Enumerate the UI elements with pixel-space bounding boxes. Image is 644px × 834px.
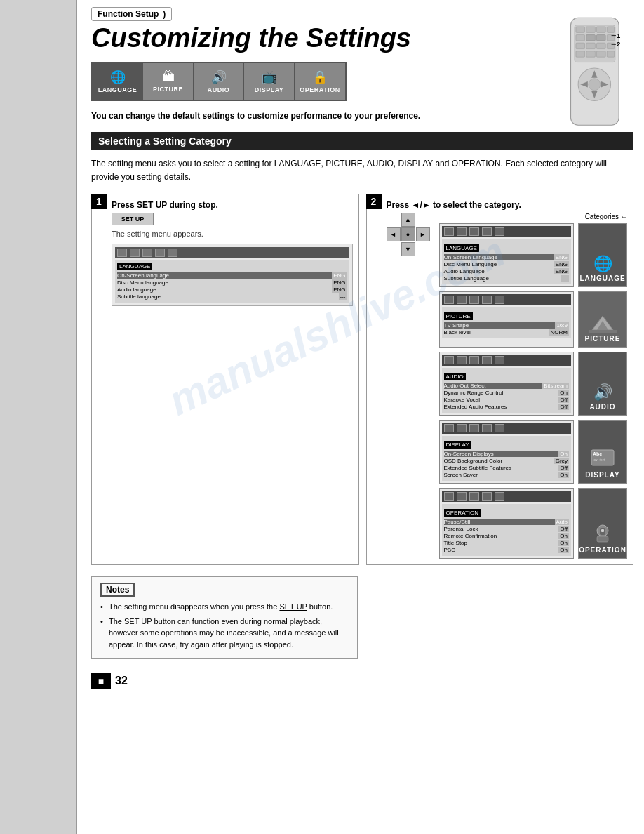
category-display-row: DISPLAY On-Screen DisplaysOn OSD Backgro… — [439, 420, 628, 484]
picture-icon-box: PICTURE — [578, 291, 627, 348]
svg-rect-17 — [607, 51, 615, 57]
display-icon-box: Abc text text DISPLAY — [578, 420, 627, 484]
setup-button-icon: SET UP — [112, 213, 154, 225]
icon-picture[interactable]: 🏔 PICTURE — [143, 63, 194, 100]
display-screen: DISPLAY On-Screen DisplaysOn OSD Backgro… — [439, 420, 575, 484]
language-icon: 🌐 — [110, 70, 126, 85]
svg-rect-14 — [576, 51, 585, 57]
step-2-box: 2 Press ◄/► to select the category. ▲ ◄ … — [366, 194, 634, 565]
display-label: DISPLAY — [255, 86, 284, 93]
step-1-screen: LANGUAGE On-Screen languageENG Disc Menu… — [112, 244, 353, 306]
audio-cat-icon: 🔊 — [593, 383, 612, 402]
page-number-box: ■ — [91, 673, 111, 689]
category-icons-row: 🌐 LANGUAGE 🏔 PICTURE 🔊 AUDIO 📺 DISPLAY 🔒… — [91, 62, 347, 101]
svg-rect-6 — [576, 35, 585, 41]
audio-screen: AUDIO Audio Out SelectBitstream Dynamic … — [439, 352, 575, 416]
step-1-number: 1 — [91, 194, 107, 209]
breadcrumb-arrow: ) — [163, 9, 166, 19]
notes-title: Notes — [100, 583, 135, 597]
svg-rect-11 — [586, 43, 596, 48]
language-label: LANGUAGE — [98, 86, 137, 93]
svg-rect-5 — [607, 27, 615, 32]
nav-buttons: ▲ ◄ ● ► ▼ — [387, 213, 430, 256]
audio-icon: 🔊 — [211, 70, 227, 85]
breadcrumb: Function Setup ) — [91, 7, 172, 21]
svg-text:1: 1 — [617, 32, 621, 39]
svg-rect-10 — [576, 43, 585, 48]
svg-rect-8 — [597, 35, 606, 41]
intro-text: You can change the default settings to c… — [91, 110, 633, 122]
step-1-box: 1 Press SET UP during stop. SET UP The s… — [91, 194, 359, 565]
audio-label: AUDIO — [208, 86, 230, 93]
language-screen: LANGUAGE On-Screen LanguageENG Disc Menu… — [439, 223, 575, 287]
icon-language[interactable]: 🌐 LANGUAGE — [93, 63, 143, 100]
remote-control-diagram: 1 2 — [563, 14, 630, 135]
svg-rect-12 — [597, 43, 606, 48]
steps-container: 1 Press SET UP during stop. SET UP The s… — [91, 194, 633, 565]
category-language-row: LANGUAGE On-Screen LanguageENG Disc Menu… — [439, 223, 628, 287]
picture-screen: PICTURE TV Shape16:9 Black levelNORM — [439, 291, 575, 348]
svg-rect-15 — [586, 51, 596, 57]
step-1-title: Press SET UP during stop. — [112, 200, 353, 210]
page-number: 32 — [115, 675, 128, 687]
svg-rect-37 — [597, 536, 608, 542]
svg-text:text text: text text — [593, 458, 605, 462]
step-1-description: The setting menu appears. — [112, 230, 353, 238]
breadcrumb-label: Function Setup — [98, 9, 159, 19]
step-2-title: Press ◄/► to select the category. — [387, 200, 628, 210]
svg-text:2: 2 — [617, 40, 620, 48]
operation-icon-box: OPERATION — [578, 488, 627, 559]
icon-audio[interactable]: 🔊 AUDIO — [194, 63, 244, 100]
section-header: Selecting a Setting Category — [91, 132, 633, 150]
svg-rect-2 — [576, 27, 585, 32]
svg-text:Abc: Abc — [593, 451, 602, 456]
nav-center-btn[interactable]: ● — [401, 227, 415, 241]
audio-icon-box: 🔊 AUDIO — [578, 352, 627, 416]
nav-down-btn[interactable]: ▼ — [401, 242, 415, 256]
operation-icon: 🔒 — [312, 70, 328, 85]
note-item-1: The setting menu disappears when you pre… — [100, 601, 349, 613]
nav-right-btn[interactable]: ► — [416, 227, 430, 241]
svg-rect-7 — [586, 35, 596, 41]
categories-label: Categories — [585, 213, 619, 220]
language-cat-icon: 🌐 — [593, 255, 612, 273]
svg-rect-36 — [601, 529, 604, 532]
category-audio-row: AUDIO Audio Out SelectBitstream Dynamic … — [439, 352, 628, 416]
category-picture-row: PICTURE TV Shape16:9 Black levelNORM — [439, 291, 628, 348]
notes-section: Notes The setting menu disappears when y… — [91, 576, 358, 659]
svg-rect-30 — [589, 330, 617, 333]
left-decorative-bar — [0, 0, 77, 834]
picture-label: PICTURE — [153, 86, 183, 93]
page-title: Customizing the Settings — [91, 24, 633, 53]
nav-left-btn[interactable]: ◄ — [387, 227, 401, 241]
display-icon: 📺 — [262, 70, 277, 85]
operation-label: OPERATION — [300, 86, 340, 93]
icon-display[interactable]: 📺 DISPLAY — [244, 63, 295, 100]
category-operation-row: OPERATION Pause/StillAuto Parental LockO… — [439, 488, 628, 559]
operation-screen: OPERATION Pause/StillAuto Parental LockO… — [439, 488, 575, 559]
icon-operation[interactable]: 🔒 OPERATION — [295, 63, 345, 100]
language-icon-box: 🌐 LANGUAGE — [578, 223, 627, 287]
svg-point-23 — [589, 79, 601, 91]
note-item-2: The SET UP button can function even duri… — [100, 616, 349, 651]
svg-rect-3 — [586, 27, 596, 32]
svg-rect-13 — [607, 43, 615, 48]
step-2-number: 2 — [366, 194, 382, 209]
body-text: The setting menu asks you to select a se… — [91, 157, 633, 184]
nav-up-btn[interactable]: ▲ — [401, 213, 415, 227]
svg-rect-16 — [597, 51, 606, 57]
svg-rect-4 — [597, 27, 606, 32]
picture-icon: 🏔 — [162, 70, 175, 84]
page-number-area: ■ 32 — [91, 673, 633, 689]
